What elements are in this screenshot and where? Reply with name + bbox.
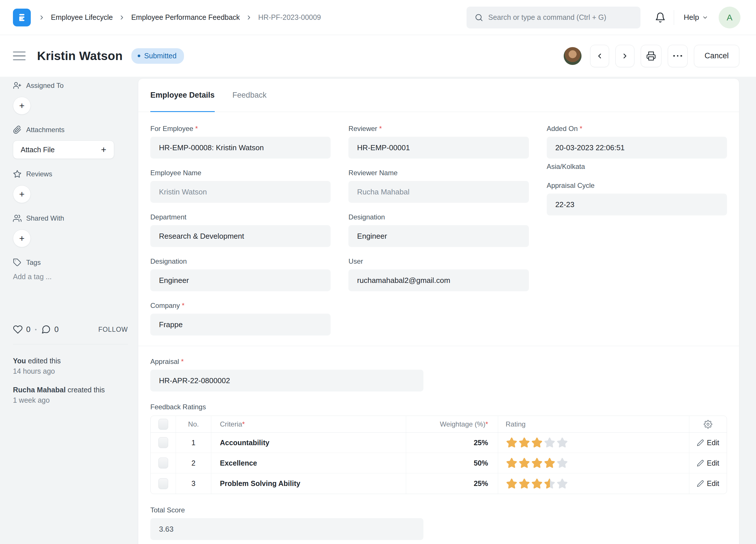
likes-group[interactable]: 0 — [13, 324, 30, 334]
reviewer-name-input[interactable]: Rucha Mahabal — [348, 181, 529, 203]
star-icon — [531, 457, 544, 469]
total-score-field: Total Score 3.63 — [150, 506, 727, 540]
user-input[interactable]: ruchamahabal2@gmail.com — [348, 270, 529, 291]
pencil-icon — [697, 480, 704, 487]
add-tag-input[interactable]: Add a tag ... — [13, 272, 138, 281]
row-number: 3 — [176, 473, 211, 494]
added-on-label: Added On — [547, 125, 727, 133]
criteria-link[interactable]: Accountability — [211, 432, 406, 453]
add-review-button[interactable]: + — [13, 185, 31, 203]
reviews-section: Reviews + — [13, 170, 138, 203]
appraisal-cycle-input[interactable]: 22-23 — [547, 194, 727, 216]
tags-section: Tags Add a tag ... — [13, 258, 138, 281]
star-icon — [506, 478, 518, 490]
tags-label: Tags — [26, 259, 41, 267]
help-label: Help — [684, 13, 699, 22]
table-row: 3 Problem Solving Ability 25% Edit — [151, 473, 727, 494]
row-checkbox[interactable] — [158, 478, 168, 489]
chevron-right-icon — [118, 14, 125, 21]
user-label: User — [348, 258, 529, 266]
follow-button[interactable]: FOLLOW — [98, 326, 128, 333]
sidebar-toggle-icon[interactable] — [13, 51, 26, 61]
added-on-input[interactable]: 20-03-2023 22:06:51 — [547, 137, 727, 159]
total-score-input[interactable]: 3.63 — [150, 518, 423, 540]
attachments-section: Attachments Attach File + — [13, 126, 138, 159]
chevron-right-icon — [245, 14, 252, 21]
reviewer-label: Reviewer — [348, 125, 529, 133]
employee-name-input[interactable]: Kristin Watson — [150, 181, 331, 203]
print-button[interactable] — [641, 45, 661, 67]
reviews-heading: Reviews — [13, 170, 138, 178]
reviews-label: Reviews — [26, 170, 52, 178]
status-label: Submitted — [144, 52, 177, 60]
star-icon — [506, 437, 518, 449]
notifications-bell-icon[interactable] — [655, 12, 666, 23]
frappe-logo-icon[interactable] — [13, 9, 31, 26]
attach-file-button[interactable]: Attach File + — [13, 141, 114, 159]
heart-icon — [13, 324, 23, 334]
activity-log: You edited this 14 hours ago Rucha Mahab… — [13, 356, 138, 405]
cancel-button[interactable]: Cancel — [694, 45, 739, 67]
user-avatar[interactable]: A — [719, 7, 740, 28]
prev-document-button[interactable] — [590, 45, 609, 67]
star-icon — [518, 437, 531, 449]
department-input[interactable]: Research & Development — [150, 225, 331, 247]
edit-row-button[interactable]: Edit — [689, 432, 727, 453]
shared-with-heading: Shared With — [13, 214, 138, 223]
navbar-divider — [674, 10, 674, 25]
star-icon — [556, 478, 569, 490]
edit-row-button[interactable]: Edit — [689, 453, 727, 473]
top-navbar: Employee Lifecycle Employee Performance … — [0, 0, 756, 35]
breadcrumb: Employee Lifecycle Employee Performance … — [38, 13, 321, 22]
activity-when: 1 week ago — [13, 395, 138, 405]
viewer-avatar[interactable] — [564, 47, 582, 65]
add-assignment-button[interactable]: + — [13, 97, 31, 115]
company-input[interactable]: Frappe — [150, 314, 331, 335]
for-employee-input[interactable]: HR-EMP-00008: Kristin Watson — [150, 137, 331, 159]
comments-group[interactable]: 0 — [41, 324, 59, 334]
column-header-rating: Rating — [498, 416, 689, 432]
column-header-weightage: Weightage (%) — [406, 416, 498, 432]
select-all-checkbox[interactable] — [158, 419, 168, 430]
star-icon — [518, 457, 531, 469]
breadcrumb-employee-lifecycle[interactable]: Employee Lifecycle — [51, 13, 113, 22]
attachments-label: Attachments — [26, 126, 64, 134]
table-row: 2 Excellence 50% Edit — [151, 453, 727, 473]
tab-employee-details[interactable]: Employee Details — [150, 79, 215, 112]
add-share-button[interactable]: + — [13, 230, 31, 247]
breadcrumb-employee-performance-feedback[interactable]: Employee Performance Feedback — [131, 13, 240, 22]
star-icon — [544, 457, 556, 469]
reviewer-input[interactable]: HR-EMP-00001 — [348, 137, 529, 159]
plus-icon: + — [101, 145, 106, 155]
appraisal-input[interactable]: HR-APR-22-0800002 — [150, 370, 423, 391]
more-menu-button[interactable] — [668, 45, 688, 67]
feedback-ratings-label: Feedback Ratings — [150, 403, 727, 411]
criteria-link[interactable]: Excellence — [211, 453, 406, 473]
tab-feedback[interactable]: Feedback — [233, 79, 267, 112]
star-icon — [544, 437, 556, 449]
help-menu[interactable]: Help — [684, 13, 708, 22]
next-document-button[interactable] — [615, 45, 634, 67]
user-plus-icon — [13, 81, 22, 90]
user-field: User ruchamahabal2@gmail.com — [348, 258, 529, 291]
edit-label: Edit — [707, 459, 719, 467]
criteria-link[interactable]: Problem Solving Ability — [211, 473, 406, 494]
designation-input[interactable]: Engineer — [150, 270, 331, 291]
search-input[interactable]: Search or type a command (Ctrl + G) — [467, 7, 640, 28]
comment-icon — [41, 324, 51, 334]
company-label: Company — [150, 301, 331, 309]
activity-entry: Rucha Mahabal created this 1 week ago — [13, 385, 138, 405]
row-checkbox[interactable] — [158, 457, 168, 468]
total-score-label: Total Score — [150, 506, 727, 514]
star-icon — [506, 457, 518, 469]
navbar-right: Search or type a command (Ctrl + G) Help… — [467, 7, 740, 28]
edit-row-button[interactable]: Edit — [689, 473, 727, 494]
activity-action: created this — [66, 386, 105, 394]
added-on-field: Added On 20-03-2023 22:06:51 — [547, 125, 727, 159]
reviewer-designation-input[interactable]: Engineer — [348, 225, 529, 247]
shared-with-section: Shared With + — [13, 214, 138, 247]
comments-count: 0 — [54, 325, 59, 334]
employee-name-label: Employee Name — [150, 169, 331, 177]
row-checkbox[interactable] — [158, 437, 168, 448]
table-settings-button[interactable] — [689, 416, 727, 432]
